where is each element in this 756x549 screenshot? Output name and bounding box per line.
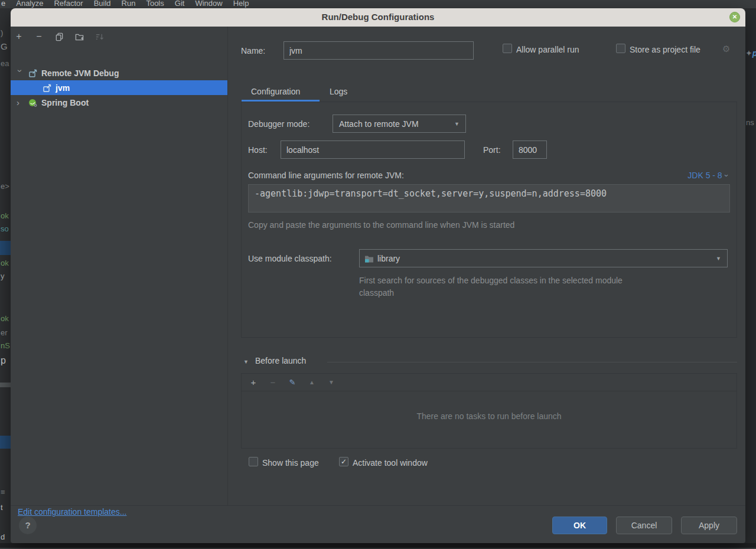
occluded-editor-strip-right: ✦p ns	[745, 8, 756, 543]
chevron-down-icon: ▼	[454, 121, 460, 127]
occluded-code-fragment: ok	[1, 259, 9, 267]
copy-configuration-icon[interactable]	[54, 32, 64, 41]
store-as-project-file-checkbox[interactable]	[616, 44, 625, 53]
before-launch-rule	[327, 362, 737, 362]
spring-boot-icon	[28, 98, 38, 107]
run-debug-configurations-dialog: Run/Debug Configurations ✕ + −	[11, 8, 745, 543]
move-task-down-icon[interactable]: ▼	[327, 378, 336, 387]
occluded-code-fragment: p	[1, 355, 6, 366]
menu-item-partial[interactable]: e	[0, 0, 10, 8]
debugger-mode-value: Attach to remote JVM	[333, 119, 454, 129]
tab-logs[interactable]: Logs	[330, 87, 347, 96]
chevron-down-icon: ▼	[716, 256, 721, 262]
check-icon: ✓	[341, 458, 347, 466]
cmdline-hint: Copy and paste the arguments to the comm…	[248, 220, 514, 230]
occluded-code-fragment: y	[1, 272, 5, 280]
occluded-code-fragment: er	[1, 328, 8, 337]
occluded-row-highlight	[0, 241, 11, 255]
show-this-page-checkbox[interactable]	[249, 457, 258, 466]
occluded-editor-strip-left: )Geae>oksookyokernSp≡td	[0, 8, 11, 543]
jdk-version-selector[interactable]: JDK 5 - 8 ›	[687, 171, 728, 180]
tree-item-label: Remote JVM Debug	[41, 68, 119, 78]
apply-button[interactable]: Apply	[681, 517, 737, 534]
menu-item-analyze[interactable]: Analyze	[11, 0, 48, 8]
close-icon[interactable]: ✕	[729, 12, 740, 22]
before-launch-disclosure-icon[interactable]: ▼	[243, 359, 249, 365]
chevron-down-icon[interactable]: ›	[15, 70, 25, 77]
occluded-row-highlight	[0, 383, 11, 387]
jdk-version-label: JDK 5 - 8	[687, 171, 722, 180]
allow-parallel-run-checkbox[interactable]	[503, 44, 512, 53]
configuration-tab-panel	[241, 102, 737, 338]
cmdline-label: Command line arguments for remote JVM:	[248, 171, 404, 180]
ok-button[interactable]: OK	[552, 517, 607, 534]
show-this-page-label: Show this page	[262, 458, 319, 468]
host-label: Host:	[248, 145, 268, 155]
tree-item-label: jvm	[56, 83, 70, 93]
host-input[interactable]	[281, 140, 465, 159]
activate-tool-window-label: Activate tool window	[353, 458, 428, 468]
dialog-titlebar[interactable]: Run/Debug Configurations ✕	[11, 8, 745, 27]
before-launch-tasks-panel: + − ✎ ▲ ▼ There are no tasks to run befo…	[241, 373, 737, 449]
occluded-code-fragment: )	[1, 28, 3, 37]
activate-tool-window-checkbox[interactable]: ✓	[339, 457, 348, 466]
classpath-value: library	[377, 254, 716, 263]
occluded-code-fragment: G	[1, 41, 8, 51]
menu-item-build[interactable]: Build	[89, 0, 116, 8]
menu-item-help[interactable]: Help	[229, 0, 254, 8]
tree-item-spring-boot[interactable]: › Spring Boot	[11, 95, 227, 110]
tree-item-jvm-selected[interactable]: jvm	[11, 80, 227, 95]
menu-item-tools[interactable]: Tools	[141, 0, 168, 8]
move-task-up-icon[interactable]: ▲	[307, 378, 317, 387]
tasks-toolbar: + − ✎ ▲ ▼	[242, 374, 737, 391]
menu-item-refactor[interactable]: Refactor	[49, 0, 87, 8]
ide-menubar: e Analyze Refactor Build Run Tools Git W…	[0, 0, 756, 8]
add-task-icon[interactable]: +	[249, 378, 258, 387]
tree-item-remote-jvm-debug[interactable]: › Remote JVM Debug	[11, 66, 227, 80]
occluded-code-fragment: ns	[746, 118, 754, 127]
tree-toolbar: + −	[14, 31, 104, 43]
dialog-footer: ? OK Cancel Apply	[11, 506, 745, 543]
add-configuration-icon[interactable]: +	[14, 32, 24, 41]
new-folder-icon[interactable]	[74, 32, 84, 41]
occluded-statusbar-strip	[0, 543, 756, 549]
chevron-down-icon: ›	[722, 174, 731, 177]
remove-configuration-icon[interactable]: −	[34, 32, 44, 41]
occluded-code-fragment: ≡	[1, 488, 5, 496]
tree-item-label: Spring Boot	[41, 98, 89, 107]
allow-parallel-run-label: Allow parallel run	[516, 45, 579, 54]
menu-item-run[interactable]: Run	[117, 0, 141, 8]
remove-task-icon[interactable]: −	[268, 378, 278, 387]
classpath-label: Use module classpath:	[248, 254, 332, 263]
debugger-mode-select[interactable]: Attach to remote JVM ▼	[333, 115, 466, 133]
name-label: Name:	[241, 46, 265, 55]
remote-debug-icon	[28, 68, 38, 78]
name-input[interactable]	[284, 41, 474, 60]
occluded-code-fragment: ea	[1, 59, 9, 68]
occluded-code-fragment: nS	[1, 341, 10, 350]
cancel-button[interactable]: Cancel	[616, 517, 672, 534]
store-settings-gear-icon[interactable]: ⚙	[722, 44, 730, 54]
occluded-code-fragment: t	[1, 503, 3, 512]
sort-configurations-icon[interactable]	[94, 32, 104, 41]
port-input[interactable]	[513, 140, 547, 159]
chevron-right-icon[interactable]: ›	[17, 97, 24, 107]
occluded-plugin-icon: ✦p	[745, 48, 756, 58]
port-label: Port:	[483, 145, 501, 155]
remote-debug-icon	[43, 83, 52, 93]
cmdline-arguments-field[interactable]: -agentlib:jdwp=transport=dt_socket,serve…	[248, 184, 730, 213]
module-icon	[364, 254, 374, 263]
dialog-title: Run/Debug Configurations	[11, 12, 745, 22]
occluded-code-fragment: d	[1, 532, 5, 541]
store-as-project-file-label: Store as project file	[630, 45, 700, 54]
occluded-row-highlight	[0, 436, 11, 449]
tab-configuration[interactable]: Configuration	[251, 87, 300, 96]
occluded-code-fragment: ok	[1, 211, 9, 220]
module-classpath-select[interactable]: library ▼	[359, 249, 728, 267]
occluded-code-fragment: ok	[1, 314, 9, 323]
configuration-form: Name: Allow parallel run Store as projec…	[227, 27, 745, 505]
menu-item-window[interactable]: Window	[190, 0, 227, 8]
edit-task-icon[interactable]: ✎	[288, 378, 297, 387]
menu-item-git[interactable]: Git	[170, 0, 190, 8]
help-button[interactable]: ?	[19, 517, 37, 534]
